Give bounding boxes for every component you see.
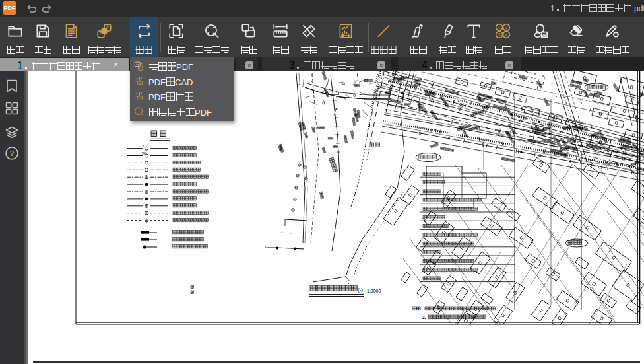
svg-text:(-): (-) [358, 287, 363, 293]
svg-text:P: P [136, 92, 138, 96]
svg-text:CAD: CAD [137, 83, 143, 85]
svg-text:T: T [137, 109, 140, 113]
svg-text:A: A [106, 24, 109, 28]
svg-text:1: 1 [498, 25, 501, 30]
svg-text:P: P [136, 77, 138, 81]
svg-text:W: W [142, 151, 146, 155]
svg-text:B: B [100, 31, 102, 35]
svg-text:Y: Y [142, 144, 145, 148]
svg-text:4: 4 [505, 32, 507, 37]
svg-text:2.: 2. [422, 315, 426, 320]
svg-text:2: 2 [505, 25, 507, 30]
svg-text:3: 3 [498, 32, 501, 37]
svg-text:?: ? [10, 149, 14, 157]
svg-text:P: P [139, 66, 141, 69]
svg-text:1:3000: 1:3000 [367, 289, 381, 293]
